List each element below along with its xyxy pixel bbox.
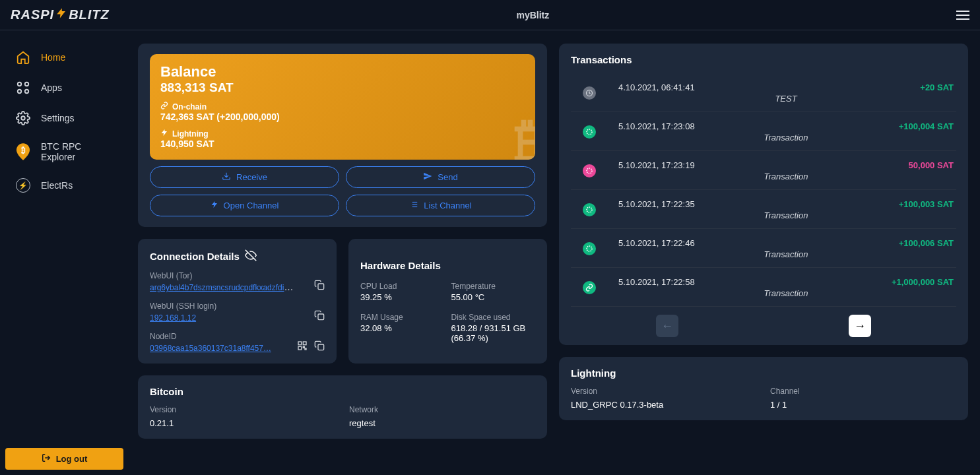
hardware-details-card: Hardware Details CPU Load 39.25 % Temper… [348,239,547,364]
tx-date: 5.10.2021, 17:22:58 [618,277,878,287]
logo-text-a: RASPI [11,7,54,22]
sidebar-item-apps[interactable]: Apps [0,73,129,103]
tx-amount: +20 SAT [920,82,954,92]
btc-network: regtest [349,418,535,428]
sidebar-item-electrs[interactable]: ⚡ ElectRs [0,170,129,201]
logout-button[interactable]: Log out [5,448,123,470]
transaction-row[interactable]: 5.10.2021, 17:23:19 50,000 SAT Transacti… [571,151,956,190]
tx-amount: +100,003 SAT [899,199,954,209]
sidebar-item-label: Settings [41,113,75,123]
tx-description: TEST [618,94,954,104]
ram-label: RAM Usage [360,313,445,322]
tx-status-icon [583,203,596,216]
tx-date: 5.10.2021, 17:22:35 [618,199,886,209]
tx-amount: 50,000 SAT [909,160,954,170]
transaction-row[interactable]: 5.10.2021, 17:23:08 +100,004 SAT Transac… [571,112,956,151]
svg-point-4 [21,116,25,120]
receive-button[interactable]: Receive [150,166,339,188]
eye-off-icon[interactable] [245,249,257,263]
tx-status-icon [583,125,596,139]
transaction-row[interactable]: 4.10.2021, 06:41:41 +20 SAT TEST [571,73,956,112]
svg-rect-12 [318,284,324,290]
tx-status-icon [583,281,596,294]
tx-status-icon [583,242,596,255]
lightning-value: 140,950 SAT [160,139,525,149]
hardware-title: Hardware Details [360,260,441,271]
copy-icon[interactable] [314,310,325,323]
sidebar-item-label: ElectRs [41,180,73,191]
bolt-icon [211,201,218,210]
svg-point-22 [587,168,592,174]
transaction-row[interactable]: 5.10.2021, 17:22:35 +100,003 SAT Transac… [571,190,956,229]
tx-status-icon [583,86,596,100]
sidebar-item-label: Apps [41,82,62,93]
webui-ssh-link[interactable]: 192.168.1.12 [150,313,196,323]
link-icon [160,102,168,111]
tx-description: Transaction [618,288,954,298]
next-page-button[interactable]: → [849,315,871,337]
connection-title: Connection Details [150,251,240,262]
send-button[interactable]: Send [346,166,535,188]
svg-rect-16 [298,346,302,350]
lightning-card: Lightning Version Channel LND_GRPC 0.17.… [559,357,968,420]
tx-date: 5.10.2021, 17:23:08 [618,121,886,131]
ram-value: 32.08 % [360,323,445,333]
cpu-label: CPU Load [360,282,445,291]
svg-point-23 [587,207,592,212]
tx-description: Transaction [618,249,954,259]
list-icon [409,200,418,211]
disk-value: 618.28 / 931.51 GB (66.37 %) [451,323,536,343]
tx-date: 5.10.2021, 17:23:19 [618,160,896,170]
qr-icon[interactable] [297,340,308,353]
transaction-row[interactable]: 5.10.2021, 17:22:46 +100,006 SAT Transac… [571,229,956,268]
tx-date: 5.10.2021, 17:22:46 [618,238,886,248]
temp-label: Temperature [451,282,536,291]
ln-version-label: Version [571,387,757,396]
tx-date: 4.10.2021, 06:41:41 [618,82,907,92]
tx-status-icon [583,164,596,177]
ln-channel-label: Channel [770,387,956,396]
bitcoin-title: Bitcoin [150,386,183,397]
lightning-icon [160,129,168,139]
ln-version: LND_GRPC 0.17.3-beta [571,400,757,410]
svg-rect-18 [305,348,306,350]
lightning-title: Lightning [571,367,616,379]
webui-ssh-label: WebUI (SSH login) [150,301,216,311]
svg-point-2 [18,90,22,94]
list-channel-button[interactable]: List Channel [346,195,535,216]
cpu-value: 39.25 % [360,292,445,302]
sidebar-item-btc-explorer[interactable]: ₿ BTC RPC Explorer [0,133,129,170]
copy-icon[interactable] [314,340,325,353]
apps-icon [16,80,30,95]
tx-description: Transaction [618,172,954,181]
onchain-value: 742,363 SAT (+200,000,000) [160,111,525,122]
temp-value: 55.00 °C [451,292,536,302]
open-channel-button[interactable]: Open Channel [150,195,339,216]
send-icon [423,172,432,183]
nodeid-link[interactable]: 03968caa15a360137c31a8ff457… [150,344,271,353]
bitcoin-card: Bitcoin Version Network 0.21.1 regtest [138,375,547,439]
sidebar-item-home[interactable]: Home [0,42,129,73]
electrs-icon: ⚡ [16,178,30,193]
logo-text-b: BLITZ [69,7,110,22]
tx-description: Transaction [618,133,954,142]
svg-point-3 [25,90,29,94]
home-icon [16,50,30,65]
page-title: myBlitz [110,10,956,20]
sidebar-item-label: BTC RPC Explorer [41,141,113,162]
svg-rect-19 [318,344,324,350]
sidebar-item-settings[interactable]: Settings [0,103,129,133]
transaction-row[interactable]: 5.10.2021, 17:22:58 +1,000,000 SAT Trans… [571,268,956,307]
tx-amount: +100,004 SAT [899,121,954,131]
lightning-label: Lightning [172,129,209,139]
onchain-label: On-chain [172,102,207,111]
menu-button[interactable] [956,11,969,20]
svg-rect-17 [303,346,304,348]
svg-point-24 [587,246,592,251]
ln-channel: 1 / 1 [770,400,956,410]
svg-rect-15 [303,342,306,345]
copy-icon[interactable] [314,280,325,292]
nodeid-label: NodeID [150,332,271,341]
webui-tor-link[interactable]: arg6ybal4b7dszmsncsrudcpdfkxadzfdi2… [150,282,295,292]
svg-point-0 [18,82,22,86]
